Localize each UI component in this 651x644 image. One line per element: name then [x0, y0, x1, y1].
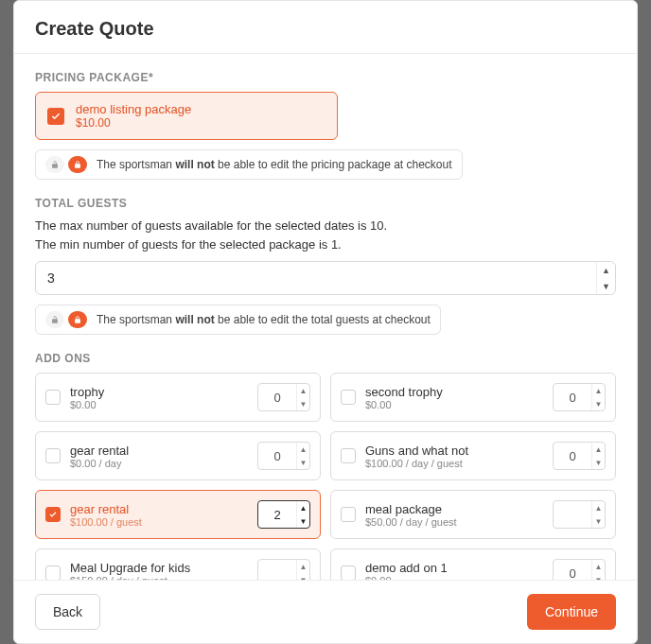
addon-qty-spinner: ▲▼ [591, 501, 605, 528]
pricing-lock-text: The sportsman will not be able to edit t… [97, 158, 452, 171]
addon-card[interactable]: gear rental$0.00 / day▲▼ [35, 431, 321, 480]
addon-card[interactable]: trophy$0.00▲▼ [35, 373, 321, 422]
guests-min-text: The min number of guests for the selecte… [35, 236, 616, 253]
addon-card[interactable]: second trophy$0.00▲▼ [330, 373, 616, 422]
lock-icon [68, 156, 87, 173]
addon-info: Meal Upgrade for kids$150.00 / day / gue… [70, 561, 248, 580]
guests-lock-toggle[interactable] [45, 311, 87, 328]
pricing-package-option[interactable]: demo listing package $10.00 [35, 92, 338, 140]
addon-price: $0.00 [365, 399, 543, 410]
addon-qty[interactable]: ▲▼ [553, 383, 606, 411]
addon-qty[interactable]: ▲▼ [553, 500, 606, 529]
modal-title: Create Quote [35, 18, 616, 40]
pricing-package-name: demo listing package [76, 102, 191, 116]
addon-qty[interactable]: ▲▼ [257, 500, 310, 529]
addon-price: $50.00 / day / guest [365, 516, 543, 528]
addon-info: gear rental$0.00 / day [70, 444, 248, 469]
pricing-lock-toggle[interactable] [45, 156, 87, 173]
addon-name: trophy [70, 385, 248, 399]
addon-qty-spinner: ▲▼ [296, 501, 309, 528]
qty-step-down[interactable]: ▼ [297, 514, 309, 528]
addon-price: $0.00 / day [70, 458, 248, 469]
pricing-package-price: $10.00 [76, 116, 191, 130]
modal-footer: Back Continue [14, 580, 637, 643]
qty-step-down[interactable]: ▼ [592, 514, 605, 528]
back-button[interactable]: Back [35, 594, 100, 630]
addon-name: Meal Upgrade for kids [70, 561, 248, 575]
addon-info: trophy$0.00 [70, 385, 248, 410]
addon-price: $0.00 [70, 399, 248, 410]
qty-step-down[interactable]: ▼ [297, 456, 309, 469]
qty-step-down[interactable]: ▼ [297, 573, 309, 580]
guests-spinner: ▲ ▼ [596, 262, 615, 294]
addon-card[interactable]: Guns and what not$100.00 / day / guest▲▼ [330, 431, 616, 480]
qty-step-up[interactable]: ▲ [297, 384, 309, 397]
addon-qty-spinner: ▲▼ [296, 560, 309, 580]
guests-lock-text: The sportsman will not be able to edit t… [97, 313, 431, 326]
qty-step-up[interactable]: ▲ [592, 384, 605, 397]
continue-button[interactable]: Continue [527, 594, 616, 630]
guests-step-down[interactable]: ▼ [597, 278, 615, 294]
addon-qty-spinner: ▲▼ [591, 443, 605, 469]
addon-name: second trophy [365, 385, 543, 399]
qty-step-up[interactable]: ▲ [592, 443, 605, 456]
unlock-icon [45, 311, 64, 328]
modal-header: Create Quote [14, 1, 637, 54]
addon-qty[interactable]: ▲▼ [257, 383, 310, 411]
addons-label: ADD ONS [35, 352, 616, 365]
addon-checkbox[interactable] [341, 507, 356, 522]
addon-qty-spinner: ▲▼ [296, 384, 309, 410]
addon-card[interactable]: Meal Upgrade for kids$150.00 / day / gue… [35, 548, 321, 580]
addon-qty[interactable]: ▲▼ [553, 442, 606, 470]
addon-qty-spinner: ▲▼ [591, 560, 605, 580]
create-quote-modal: Create Quote PRICING PACKAGE* demo listi… [13, 0, 638, 644]
qty-step-down[interactable]: ▼ [592, 456, 605, 469]
addon-info: Guns and what not$100.00 / day / guest [365, 444, 543, 469]
qty-step-up[interactable]: ▲ [592, 560, 605, 573]
addon-qty[interactable]: ▲▼ [553, 559, 606, 580]
guests-input-wrap[interactable]: ▲ ▼ [35, 261, 616, 295]
addon-price: $100.00 / day / guest [365, 458, 543, 469]
addon-qty[interactable]: ▲▼ [257, 442, 310, 470]
addon-card[interactable]: gear rental$100.00 / guest▲▼ [35, 490, 321, 539]
addon-checkbox[interactable] [45, 566, 61, 580]
guests-lock-row: The sportsman will not be able to edit t… [35, 305, 441, 335]
guests-step-up[interactable]: ▲ [597, 262, 615, 278]
addon-checkbox[interactable] [341, 566, 356, 580]
addon-card[interactable]: demo add on 1$0.00▲▼ [330, 548, 616, 580]
addon-qty-spinner: ▲▼ [296, 443, 309, 469]
guests-input[interactable] [47, 270, 604, 286]
pricing-package-checkbox[interactable] [47, 108, 64, 125]
addon-card[interactable]: meal package$50.00 / day / guest▲▼ [330, 490, 616, 539]
addon-checkbox[interactable] [341, 448, 356, 463]
total-guests-section: TOTAL GUESTS The max number of guests av… [35, 197, 616, 335]
addon-checkbox[interactable] [45, 390, 61, 405]
qty-step-up[interactable]: ▲ [297, 443, 309, 456]
addon-info: demo add on 1$0.00 [365, 561, 543, 580]
addon-name: gear rental [70, 444, 248, 458]
addon-checkbox[interactable] [45, 507, 61, 522]
modal-body: PRICING PACKAGE* demo listing package $1… [14, 54, 637, 580]
qty-step-up[interactable]: ▲ [592, 501, 605, 514]
qty-step-up[interactable]: ▲ [297, 501, 309, 514]
addon-name: gear rental [70, 502, 248, 516]
addon-price: $100.00 / guest [70, 516, 248, 528]
addon-info: second trophy$0.00 [365, 385, 543, 410]
unlock-icon [45, 156, 64, 173]
addon-info: meal package$50.00 / day / guest [365, 502, 543, 528]
addon-name: demo add on 1 [365, 561, 543, 575]
addons-grid: trophy$0.00▲▼second trophy$0.00▲▼gear re… [35, 373, 616, 580]
qty-step-up[interactable]: ▲ [297, 560, 309, 573]
addon-checkbox[interactable] [45, 448, 61, 463]
qty-step-down[interactable]: ▼ [297, 397, 309, 410]
addon-name: meal package [365, 502, 543, 516]
addon-info: gear rental$100.00 / guest [70, 502, 248, 528]
pricing-package-label: PRICING PACKAGE* [35, 71, 616, 84]
pricing-lock-row: The sportsman will not be able to edit t… [35, 149, 463, 180]
qty-step-down[interactable]: ▼ [592, 397, 605, 410]
qty-step-down[interactable]: ▼ [592, 573, 605, 580]
addon-checkbox[interactable] [341, 390, 356, 405]
pricing-package-info: demo listing package $10.00 [76, 102, 191, 130]
addon-qty[interactable]: ▲▼ [257, 559, 310, 580]
addons-section: ADD ONS trophy$0.00▲▼second trophy$0.00▲… [35, 352, 616, 580]
